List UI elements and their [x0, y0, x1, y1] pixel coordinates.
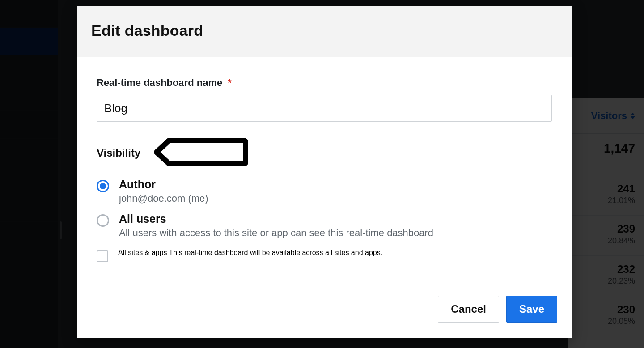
modal-body: Real-time dashboard name * Visibility Au… — [77, 57, 572, 276]
save-button[interactable]: Save — [506, 296, 557, 323]
option-subtitle: All users with access to this site or ap… — [119, 227, 433, 239]
option-title: Author — [119, 178, 208, 191]
option-title: All users — [119, 212, 433, 225]
cancel-button[interactable]: Cancel — [438, 296, 499, 323]
modal-header: Edit dashboard — [77, 6, 572, 57]
checkbox-title: All sites & apps — [118, 249, 167, 256]
pointer-annotation-icon — [154, 138, 248, 168]
dashboard-name-label: Real-time dashboard name * — [97, 77, 552, 89]
edit-dashboard-modal: Edit dashboard Real-time dashboard name … — [77, 6, 572, 338]
all-sites-checkbox-row[interactable]: All sites & apps This real-time dashboar… — [97, 249, 552, 262]
visibility-label: Visibility — [97, 147, 140, 159]
required-indicator: * — [228, 77, 232, 88]
visibility-option-all-users[interactable]: All users All users with access to this … — [97, 212, 552, 239]
radio-author[interactable] — [97, 180, 109, 192]
radio-all-users[interactable] — [97, 214, 109, 227]
visibility-option-author[interactable]: Author john@doe.com (me) — [97, 178, 552, 204]
modal-title: Edit dashboard — [91, 22, 554, 39]
option-subtitle: john@doe.com (me) — [119, 193, 208, 204]
modal-footer: Cancel Save — [77, 280, 572, 338]
dashboard-name-input[interactable] — [97, 95, 552, 122]
visibility-radio-group: Author john@doe.com (me) All users All u… — [97, 178, 552, 239]
checkbox-subtitle: This real-time dashboard will be availab… — [169, 249, 383, 256]
checkbox-all-sites[interactable] — [97, 250, 108, 262]
